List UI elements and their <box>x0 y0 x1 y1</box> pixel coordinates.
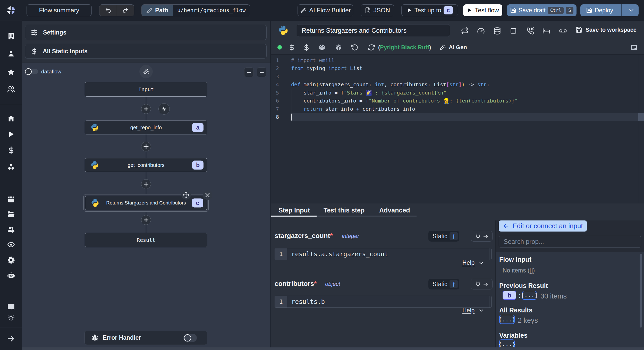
user-icon[interactable] <box>7 49 15 58</box>
error-handler-node[interactable]: Error Handler <box>84 331 207 345</box>
users-icon[interactable] <box>7 85 15 93</box>
cache-database-icon[interactable] <box>493 27 502 35</box>
move-node-handle[interactable] <box>181 190 191 200</box>
json-button[interactable]: JSON <box>361 4 394 16</box>
code-editor[interactable]: 1# import wmill2from typing import List3… <box>271 55 644 203</box>
search-prop-input[interactable]: Search prop... <box>499 236 641 248</box>
settings-button[interactable]: Settings <box>25 25 267 40</box>
ai-flow-builder-button[interactable]: AI Flow Builder <box>298 4 353 16</box>
deploy-wrap: Deploy <box>580 4 639 16</box>
vars-dollar-icon[interactable] <box>288 44 295 51</box>
prev-result-value-badge[interactable]: [...] <box>522 291 537 300</box>
connect-input-button[interactable] <box>471 231 493 242</box>
flow-node-get-repo-info[interactable]: get_repo_info a <box>85 121 207 134</box>
deploy-button[interactable]: Deploy <box>580 4 619 16</box>
ai-gen-button[interactable]: AI Gen <box>439 44 467 51</box>
groups-users-gear-icon[interactable] <box>7 225 15 234</box>
timeout-square-icon[interactable] <box>509 27 518 35</box>
gear-icon[interactable] <box>7 255 15 264</box>
edit-or-connect-button[interactable]: Edit or connect an input <box>499 220 587 232</box>
windmill-logo-icon[interactable] <box>6 5 16 15</box>
static-label: Static <box>428 233 447 240</box>
redo-button[interactable] <box>117 5 134 16</box>
home-icon[interactable] <box>7 114 15 123</box>
zoom-in-button[interactable] <box>244 67 254 77</box>
function-mode-icon[interactable]: ƒ <box>450 232 458 240</box>
dataflow-toggle[interactable] <box>25 68 38 75</box>
retry-repeat-icon[interactable] <box>460 27 469 35</box>
tab-step-input[interactable]: Step Input <box>278 203 310 217</box>
format-refresh-icon[interactable] <box>368 44 375 51</box>
flow-node-get-contributors[interactable]: get_contributors b <box>85 158 207 172</box>
dataflow-label: dataflow <box>41 69 61 75</box>
workspace-icon[interactable] <box>7 32 15 40</box>
props-scrollbar[interactable] <box>640 254 642 328</box>
path-input[interactable]: u/henri/gracious_flow <box>173 5 250 16</box>
save-to-workspace-button[interactable]: Save to workspace <box>575 26 637 33</box>
error-handler-toggle[interactable] <box>183 334 197 342</box>
script-docs-icon[interactable] <box>630 44 638 51</box>
add-step-button[interactable] <box>141 215 151 225</box>
expr-input-stargazers[interactable]: 1 results.a.stargazers_count <box>275 248 492 260</box>
all-results-badge[interactable]: {...} <box>499 315 515 324</box>
plug-icon <box>475 233 481 240</box>
theme-sun-icon[interactable] <box>7 314 15 321</box>
folders-icon[interactable] <box>7 210 15 219</box>
tab-test-this-step[interactable]: Test this step <box>324 203 365 217</box>
code-line-8: 8 <box>271 113 644 121</box>
phone-incoming-icon[interactable] <box>526 27 535 35</box>
flow-node-result[interactable]: Result <box>85 233 207 247</box>
function-mode-icon[interactable]: ƒ <box>450 280 458 288</box>
zoom-out-button[interactable] <box>257 67 266 77</box>
gauge-icon[interactable] <box>477 27 485 35</box>
voicemail-icon[interactable] <box>558 27 567 35</box>
add-step-button[interactable] <box>141 142 151 151</box>
resources-boxes-icon[interactable] <box>7 163 15 171</box>
undo-button[interactable] <box>99 5 117 16</box>
delete-node-button[interactable] <box>203 190 212 200</box>
tab-label: Step Input <box>278 207 310 214</box>
variables-dollar-icon[interactable] <box>7 146 15 155</box>
save-icon <box>510 7 516 13</box>
help-link-contributors[interactable]: Help <box>462 307 484 314</box>
trigger-zap-button[interactable] <box>158 103 170 115</box>
static-toggle-stargazers[interactable]: Static ƒ <box>428 231 459 242</box>
deploy-dropdown-button[interactable] <box>624 4 639 16</box>
horizontal-scrollbar[interactable] <box>22 347 644 350</box>
package-icon[interactable] <box>335 44 342 51</box>
step-id-badge-a: a <box>192 123 204 132</box>
schedules-calendar-icon[interactable] <box>7 195 15 203</box>
add-step-button[interactable] <box>141 179 151 189</box>
all-static-inputs-button[interactable]: All Static Inputs <box>25 44 267 59</box>
package-icon[interactable] <box>318 44 326 51</box>
flow-summary-button[interactable]: Flow summary <box>27 4 92 16</box>
help-link-stargazers[interactable]: Help <box>462 259 484 266</box>
sleep-bed-icon[interactable] <box>542 27 551 35</box>
resources-dollar-icon[interactable] <box>303 44 310 51</box>
tab-advanced[interactable]: Advanced <box>379 203 410 217</box>
static-toggle-contributors[interactable]: Static ƒ <box>428 279 459 289</box>
runs-play-icon[interactable] <box>7 130 15 139</box>
path-chip[interactable]: Path <box>142 5 173 16</box>
docs-book-icon[interactable] <box>7 302 15 311</box>
prev-result-key-badge[interactable]: b <box>503 291 516 300</box>
database-icon <box>493 27 501 35</box>
robot-icon[interactable] <box>7 271 15 279</box>
flow-node-input[interactable]: Input <box>85 82 207 97</box>
star-icon[interactable] <box>7 68 15 76</box>
connect-input-button[interactable] <box>471 279 493 289</box>
ai-wand-button[interactable] <box>139 65 153 78</box>
wand-icon <box>439 44 446 51</box>
collapse-arrow-right-icon[interactable] <box>7 334 15 343</box>
file-icon <box>365 7 371 13</box>
add-step-button[interactable] <box>141 104 151 114</box>
calendar-glyph-icon <box>7 195 15 203</box>
expr-input-contributors[interactable]: 1 results.b <box>275 296 492 308</box>
props-tree: Flow Input No items ([]) Previous Result… <box>496 252 644 350</box>
save-draft-button[interactable]: Save draft Ctrl S <box>507 4 577 16</box>
step-title-input[interactable]: Returns Stargazers and Contributors <box>297 24 450 37</box>
test-flow-button[interactable]: Test flow <box>463 4 502 16</box>
test-up-to-button[interactable]: Test up to c <box>401 4 458 16</box>
eye-icon[interactable] <box>7 240 15 249</box>
rotate-ccw-icon[interactable] <box>351 44 358 51</box>
